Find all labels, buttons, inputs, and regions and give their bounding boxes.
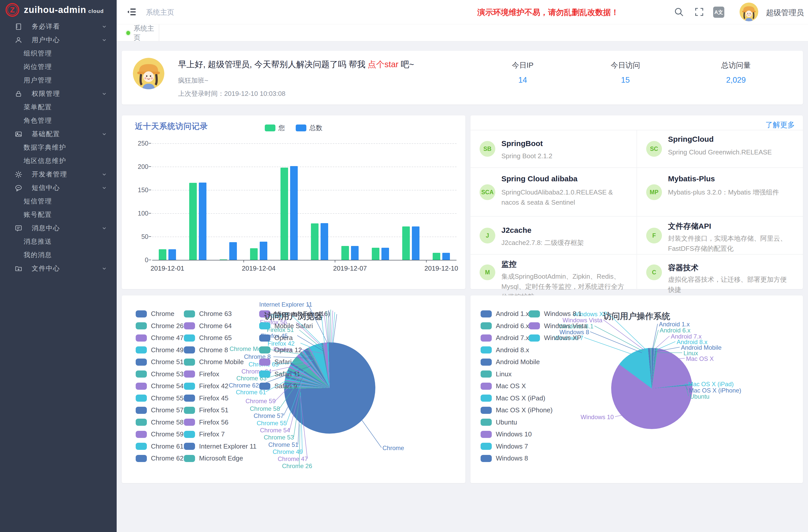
os-pie[interactable] [611, 348, 692, 429]
learn-more-link[interactable]: 了解更多 [766, 120, 795, 130]
brand[interactable]: Z zuihou-admincloud [0, 0, 117, 20]
sidebar-collapse-icon[interactable] [127, 7, 136, 17]
legend-item-Opera 12[interactable]: Opera 12 [259, 346, 302, 354]
legend-item-Mac OS X[interactable]: Mac OS X [481, 382, 526, 390]
legend-item-Firefox 56[interactable]: Firefox 56 [184, 418, 228, 426]
sidebar-item-消息中心[interactable]: 消息中心 [0, 221, 117, 235]
sidebar-item-地区信息维护[interactable]: 地区信息维护 [0, 154, 117, 168]
legend-item-总数[interactable]: 总数 [296, 124, 323, 132]
legend-item-Chrome 58[interactable]: Chrome 58 [136, 418, 184, 426]
legend-item-Chrome 61[interactable]: Chrome 61 [136, 442, 184, 450]
legend-item-Firefox[interactable]: Firefox [184, 370, 219, 378]
legend-item-Chrome 57[interactable]: Chrome 57 [136, 406, 184, 414]
bar-您-2019-12-02[interactable] [189, 183, 197, 260]
tech-card-SpringCloud[interactable]: SCSpringCloudSpring Cloud Greenwich.RELE… [637, 130, 803, 167]
sidebar-item-岗位管理[interactable]: 岗位管理 [0, 60, 117, 74]
browser-pie[interactable] [284, 342, 375, 434]
legend-item-Linux[interactable]: Linux [481, 370, 512, 378]
bar-您-2019-12-05[interactable] [280, 168, 288, 260]
bar-总数-2019-12-05[interactable] [290, 166, 298, 260]
sidebar-item-开发者管理[interactable]: 开发者管理 [0, 168, 117, 181]
legend-item-Windows 7[interactable]: Windows 7 [481, 442, 528, 450]
bar-总数-2019-12-04[interactable] [260, 242, 267, 260]
sidebar-item-短信管理[interactable]: 短信管理 [0, 195, 117, 208]
sidebar-item-消息推送[interactable]: 消息推送 [0, 235, 117, 248]
bar-总数-2019-12-09[interactable] [412, 226, 420, 260]
bar-总数-2019-12-10[interactable] [442, 253, 450, 260]
sidebar-item-组织管理[interactable]: 组织管理 [0, 47, 117, 60]
bar-总数-2019-12-01[interactable] [168, 249, 176, 260]
legend-item-Firefox 45[interactable]: Firefox 45 [184, 394, 228, 402]
legend-item-Ubuntu[interactable]: Ubuntu [481, 418, 517, 426]
bar-您-2019-12-07[interactable] [341, 246, 349, 260]
tech-card-监控[interactable]: M监控集成SpringBootAdmin、Zipkin、Redis、Mysql、… [471, 254, 637, 290]
sidebar-item-基础配置[interactable]: 基础配置 [0, 127, 117, 141]
legend-item-Microsoft Edge[interactable]: Microsoft Edge [184, 454, 243, 462]
current-user-name[interactable]: 超级管理员 [766, 7, 804, 18]
legend-item-Chrome 53[interactable]: Chrome 53 [136, 370, 184, 378]
sidebar-item-我的消息[interactable]: 我的消息 [0, 248, 117, 262]
sidebar-item-角色管理[interactable]: 角色管理 [0, 114, 117, 127]
tab-system-home[interactable]: 系统主页 [120, 24, 159, 41]
legend-item-Opera[interactable]: Opera [259, 334, 293, 342]
language-switch-icon[interactable]: A文 [713, 6, 724, 18]
search-icon[interactable] [674, 6, 684, 17]
legend-item-您[interactable]: 您 [265, 124, 285, 132]
legend-item-Safari 11[interactable]: Safari 11 [259, 370, 300, 378]
legend-item-Chrome 8[interactable]: Chrome 8 [184, 346, 228, 354]
sidebar-item-数据字典维护[interactable]: 数据字典维护 [0, 141, 117, 154]
legend-item-Chrome Mobile[interactable]: Chrome Mobile [184, 358, 244, 366]
sidebar-item-短信中心[interactable]: 短信中心 [0, 181, 117, 195]
legend-item-Mobile Safari[interactable]: Mobile Safari [259, 322, 313, 330]
legend-item-Android 6.x[interactable]: Android 6.x [481, 322, 529, 330]
bar-总数-2019-12-07[interactable] [351, 246, 359, 260]
bar-您-2019-12-10[interactable] [433, 253, 440, 260]
legend-item-Windows XP[interactable]: Windows XP [529, 334, 581, 342]
tech-card-Spring Cloud alibaba[interactable]: SCASpring Cloud alibabaSpringCloudAlibab… [471, 167, 637, 216]
legend-item-Firefox 42[interactable]: Firefox 42 [184, 382, 228, 390]
legend-item-Chrome 47[interactable]: Chrome 47 [136, 334, 184, 342]
legend-item-Firefox 51[interactable]: Firefox 51 [184, 406, 228, 414]
star-link[interactable]: 点个star [368, 60, 399, 69]
legend-item-Windows 10[interactable]: Windows 10 [481, 430, 532, 438]
tech-card-J2cache[interactable]: JJ2cacheJ2cache2.7.8: 二级缓存框架 [471, 216, 637, 254]
sidebar-item-用户管理[interactable]: 用户管理 [0, 74, 117, 87]
legend-item-Chrome 55[interactable]: Chrome 55 [136, 394, 184, 402]
legend-item-Chrome 51[interactable]: Chrome 51 [136, 358, 184, 366]
sidebar-item-用户中心[interactable]: 用户中心 [0, 33, 117, 47]
bar-总数-2019-12-06[interactable] [320, 223, 328, 260]
sidebar-item-务必详看[interactable]: 务必详看 [0, 20, 117, 33]
bar-总数-2019-12-03[interactable] [229, 242, 237, 260]
legend-item-Chrome 59[interactable]: Chrome 59 [136, 430, 184, 438]
bar-总数-2019-12-02[interactable] [199, 183, 206, 260]
tech-card-文件存储API[interactable]: F文件存储API封装文件接口，实现本地存储、阿里云、FastDFS存储的配置化 [637, 216, 803, 254]
bar-您-2019-12-03[interactable] [220, 259, 227, 260]
sidebar-item-菜单配置[interactable]: 菜单配置 [0, 100, 117, 114]
bar-您-2019-12-01[interactable] [159, 249, 166, 260]
legend-item-Android Mobile[interactable]: Android Mobile [481, 358, 540, 366]
sidebar-item-权限管理[interactable]: 权限管理 [0, 87, 117, 100]
bar-您-2019-12-09[interactable] [402, 226, 410, 260]
bar-总数-2019-12-08[interactable] [382, 248, 389, 260]
legend-item-Windows Vista[interactable]: Windows Vista [529, 322, 587, 330]
fullscreen-icon[interactable] [694, 6, 704, 17]
legend-item-Android 8.x[interactable]: Android 8.x [481, 346, 529, 354]
legend-item-Mac OS X (iPhone)[interactable]: Mac OS X (iPhone) [481, 406, 553, 414]
legend-item-Chrome 54[interactable]: Chrome 54 [136, 382, 184, 390]
legend-item-Chrome 62[interactable]: Chrome 62 [136, 454, 184, 462]
legend-item-Firefox 7[interactable]: Firefox 7 [184, 430, 225, 438]
sidebar-item-文件中心[interactable]: 文件中心 [0, 262, 117, 275]
legend-item-Internet Explorer 11[interactable]: Internet Explorer 11 [184, 442, 256, 450]
bar-您-2019-12-08[interactable] [372, 248, 380, 260]
legend-item-Safari[interactable]: Safari [259, 358, 292, 366]
bar-您-2019-12-06[interactable] [311, 223, 318, 260]
legend-item-Android 7.x[interactable]: Android 7.x [481, 334, 529, 342]
legend-item-Chrome 65[interactable]: Chrome 65 [184, 334, 232, 342]
bar-您-2019-12-04[interactable] [250, 248, 258, 260]
legend-item-Mac OS X (iPad)[interactable]: Mac OS X (iPad) [481, 394, 545, 402]
tech-card-Mybatis-Plus[interactable]: MPMybatis-PlusMybatis-plus 3.2.0：Mybatis… [637, 167, 803, 216]
legend-item-Chrome 64[interactable]: Chrome 64 [184, 322, 232, 330]
user-avatar[interactable] [739, 2, 758, 21]
legend-item-Safari 9[interactable]: Safari 9 [259, 382, 297, 390]
legend-item-Chrome 26[interactable]: Chrome 26 [136, 322, 184, 330]
